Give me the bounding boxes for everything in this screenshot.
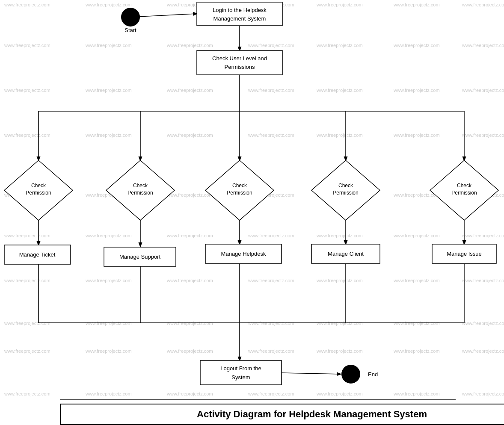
login-label-line2: Management System (213, 15, 266, 22)
svg-text:www.freeprojectz.com: www.freeprojectz.com (393, 278, 440, 283)
end-label: End (368, 371, 378, 378)
diamond-3-label2: Permission (227, 190, 252, 196)
svg-text:www.freeprojectz.com: www.freeprojectz.com (248, 133, 294, 138)
svg-text:www.freeprojectz.com: www.freeprojectz.com (316, 2, 363, 7)
diamond-4-label1: Check (338, 183, 353, 189)
svg-line-70 (130, 14, 197, 17)
svg-text:www.freeprojectz.com: www.freeprojectz.com (393, 88, 440, 93)
svg-text:www.freeprojectz.com: www.freeprojectz.com (166, 192, 213, 198)
diamond-1-label2: Permission (26, 190, 51, 196)
svg-text:www.freeprojectz.com: www.freeprojectz.com (316, 233, 363, 238)
svg-text:www.freeprojectz.com: www.freeprojectz.com (462, 348, 504, 354)
svg-text:www.freeprojectz.com: www.freeprojectz.com (166, 278, 213, 283)
svg-text:www.freeprojectz.com: www.freeprojectz.com (4, 321, 50, 326)
svg-text:www.freeprojectz.com: www.freeprojectz.com (85, 233, 132, 238)
svg-text:www.freeprojectz.com: www.freeprojectz.com (248, 391, 294, 396)
manage-client-label: Manage Client (328, 251, 364, 257)
diamond-4-label2: Permission (333, 190, 358, 196)
svg-text:www.freeprojectz.com: www.freeprojectz.com (166, 43, 213, 48)
svg-text:www.freeprojectz.com: www.freeprojectz.com (462, 88, 504, 93)
svg-text:www.freeprojectz.com: www.freeprojectz.com (85, 321, 132, 326)
start-label: Start (125, 27, 136, 33)
svg-text:www.freeprojectz.com: www.freeprojectz.com (248, 43, 294, 48)
svg-text:www.freeprojectz.com: www.freeprojectz.com (4, 88, 50, 93)
manage-ticket-label: Manage Ticket (19, 251, 56, 258)
svg-text:www.freeprojectz.com: www.freeprojectz.com (462, 233, 504, 238)
svg-text:www.freeprojectz.com: www.freeprojectz.com (4, 43, 50, 48)
svg-text:www.freeprojectz.com: www.freeprojectz.com (166, 233, 213, 238)
diamond-5-label2: Permission (451, 190, 477, 196)
svg-text:www.freeprojectz.com: www.freeprojectz.com (316, 391, 363, 396)
svg-text:www.freeprojectz.com: www.freeprojectz.com (316, 88, 363, 93)
svg-text:www.freeprojectz.com: www.freeprojectz.com (316, 133, 363, 138)
svg-text:www.freeprojectz.com: www.freeprojectz.com (166, 321, 213, 326)
svg-text:www.freeprojectz.com: www.freeprojectz.com (248, 348, 294, 354)
start-node (121, 8, 140, 27)
svg-text:www.freeprojectz.com: www.freeprojectz.com (166, 88, 213, 93)
svg-text:www.freeprojectz.com: www.freeprojectz.com (4, 348, 50, 354)
logout-label2: System (231, 374, 250, 381)
svg-text:www.freeprojectz.com: www.freeprojectz.com (462, 278, 504, 283)
end-node (341, 365, 360, 384)
svg-text:www.freeprojectz.com: www.freeprojectz.com (393, 233, 440, 238)
svg-text:www.freeprojectz.com: www.freeprojectz.com (393, 43, 440, 48)
svg-text:www.freeprojectz.com: www.freeprojectz.com (462, 133, 504, 138)
manage-helpdesk-label: Manage Helpdesk (221, 251, 266, 257)
svg-text:www.freeprojectz.com: www.freeprojectz.com (166, 348, 213, 354)
svg-text:www.freeprojectz.com: www.freeprojectz.com (4, 233, 50, 238)
svg-text:www.freeprojectz.com: www.freeprojectz.com (462, 321, 504, 326)
svg-text:www.freeprojectz.com: www.freeprojectz.com (248, 88, 294, 93)
svg-text:www.freeprojectz.com: www.freeprojectz.com (316, 348, 363, 354)
svg-text:www.freeprojectz.com: www.freeprojectz.com (4, 278, 50, 283)
svg-text:www.freeprojectz.com: www.freeprojectz.com (4, 391, 50, 396)
svg-text:www.freeprojectz.com: www.freeprojectz.com (462, 2, 504, 7)
diagram-container: www.freeprojectz.com www.freeprojectz.co… (0, 0, 504, 425)
svg-text:www.freeprojectz.com: www.freeprojectz.com (85, 278, 132, 283)
svg-text:www.freeprojectz.com: www.freeprojectz.com (393, 348, 440, 354)
check-level-label1: Check User Level and (212, 55, 267, 62)
svg-text:www.freeprojectz.com: www.freeprojectz.com (166, 133, 213, 138)
manage-issue-label: Manage Issue (447, 251, 482, 257)
title-bar: Activity Diagram for Helpdesk Management… (60, 404, 504, 425)
svg-text:www.freeprojectz.com: www.freeprojectz.com (248, 233, 294, 238)
diamond-5-label1: Check (457, 183, 472, 189)
check-level-label2: Permissions (225, 64, 255, 70)
svg-text:www.freeprojectz.com: www.freeprojectz.com (393, 192, 440, 198)
svg-text:www.freeprojectz.com: www.freeprojectz.com (316, 278, 363, 283)
svg-text:www.freeprojectz.com: www.freeprojectz.com (85, 348, 132, 354)
login-label-line1: Login to the Helpdesk (213, 7, 267, 13)
diamond-1-label1: Check (31, 183, 46, 189)
diamond-2-label1: Check (133, 183, 148, 189)
svg-text:www.freeprojectz.com: www.freeprojectz.com (316, 43, 363, 48)
logout-box (200, 360, 282, 385)
login-box (197, 2, 282, 26)
svg-text:www.freeprojectz.com: www.freeprojectz.com (85, 43, 132, 48)
logout-label1: Logout From the (220, 365, 261, 372)
svg-text:www.freeprojectz.com: www.freeprojectz.com (4, 2, 50, 7)
svg-text:www.freeprojectz.com: www.freeprojectz.com (85, 391, 132, 396)
check-level-box (197, 50, 282, 75)
svg-text:www.freeprojectz.com: www.freeprojectz.com (316, 321, 363, 326)
svg-text:www.freeprojectz.com: www.freeprojectz.com (393, 391, 440, 396)
svg-text:www.freeprojectz.com: www.freeprojectz.com (393, 321, 440, 326)
svg-text:www.freeprojectz.com: www.freeprojectz.com (4, 133, 50, 138)
svg-text:www.freeprojectz.com: www.freeprojectz.com (166, 391, 213, 396)
svg-text:www.freeprojectz.com: www.freeprojectz.com (393, 2, 440, 7)
svg-text:www.freeprojectz.com: www.freeprojectz.com (248, 278, 294, 283)
manage-support-label: Manage Support (119, 254, 161, 260)
diamond-2-label2: Permission (127, 190, 153, 196)
svg-text:www.freeprojectz.com: www.freeprojectz.com (462, 43, 504, 48)
svg-text:www.freeprojectz.com: www.freeprojectz.com (248, 321, 294, 326)
svg-text:www.freeprojectz.com: www.freeprojectz.com (85, 133, 132, 138)
diagram-svg: www.freeprojectz.com www.freeprojectz.co… (0, 0, 504, 425)
diagram-title: Activity Diagram for Helpdesk Management… (197, 409, 427, 420)
svg-text:www.freeprojectz.com: www.freeprojectz.com (393, 133, 440, 138)
svg-text:www.freeprojectz.com: www.freeprojectz.com (462, 391, 504, 396)
svg-text:www.freeprojectz.com: www.freeprojectz.com (85, 2, 132, 7)
svg-line-91 (282, 373, 341, 374)
diamond-3-label1: Check (232, 183, 247, 189)
svg-text:www.freeprojectz.com: www.freeprojectz.com (85, 88, 132, 93)
